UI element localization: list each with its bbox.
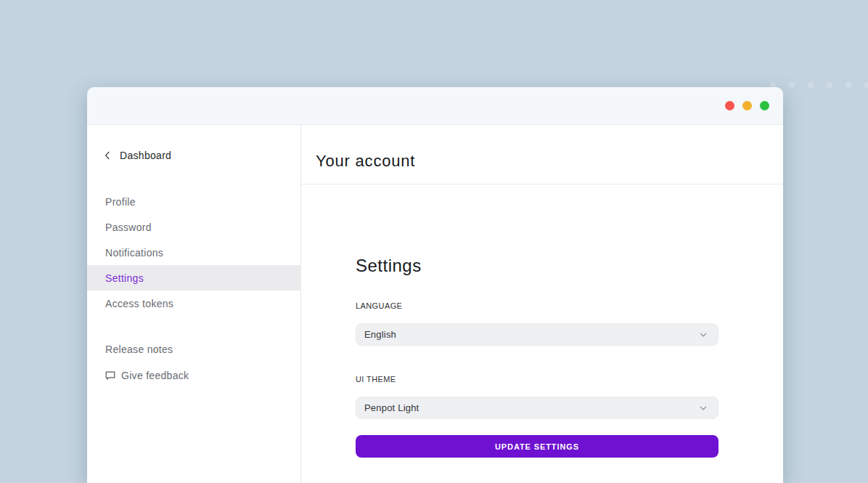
sidebar-item-access-tokens[interactable]: Access tokens — [87, 291, 300, 316]
ui-theme-select[interactable]: Penpot Light — [356, 397, 718, 419]
window-body: Dashboard Profile Password Notifications… — [87, 125, 783, 483]
back-to-dashboard-link[interactable]: Dashboard — [105, 148, 300, 163]
minimize-window-button[interactable] — [742, 101, 752, 110]
chevron-down-icon — [700, 406, 707, 410]
language-field-label: LANGUAGE — [356, 301, 718, 311]
close-window-button[interactable] — [725, 101, 734, 110]
sidebar-secondary-nav: Release notes Give feedback — [87, 336, 300, 389]
settings-form-section: Settings LANGUAGE English UI THEME Penpo… — [356, 184, 718, 458]
comment-icon — [105, 370, 115, 381]
account-sidebar: Dashboard Profile Password Notifications… — [87, 125, 301, 483]
maximize-window-button[interactable] — [760, 101, 769, 110]
language-select-value: English — [364, 329, 396, 340]
sidebar-item-label: Notifications — [105, 247, 163, 259]
sidebar-item-release-notes[interactable]: Release notes — [87, 336, 300, 362]
ui-theme-select-value: Penpot Light — [364, 402, 419, 413]
account-main-panel: Your account Settings LANGUAGE English U… — [301, 125, 783, 483]
chevron-down-icon — [700, 333, 707, 337]
sidebar-item-label: Password — [105, 222, 152, 233]
window-controls — [725, 101, 769, 110]
sidebar-nav: Profile Password Notifications Settings … — [87, 189, 300, 316]
app-window: Dashboard Profile Password Notifications… — [87, 87, 783, 483]
desktop-background: Dashboard Profile Password Notifications… — [0, 0, 868, 483]
page-title: Your account — [301, 125, 783, 170]
section-title: Settings — [356, 255, 718, 277]
sidebar-item-label: Settings — [105, 272, 144, 284]
ui-theme-field-label: UI THEME — [356, 374, 718, 384]
main-header: Your account — [301, 125, 783, 184]
sidebar-item-settings[interactable]: Settings — [87, 265, 300, 291]
chevron-left-icon — [105, 151, 110, 160]
window-titlebar — [87, 87, 783, 125]
sidebar-item-label: Give feedback — [121, 370, 189, 381]
back-link-label: Dashboard — [120, 150, 171, 161]
sidebar-item-label: Profile — [105, 196, 136, 208]
sidebar-item-notifications[interactable]: Notifications — [87, 240, 300, 265]
sidebar-item-label: Release notes — [105, 344, 173, 355]
sidebar-item-profile[interactable]: Profile — [87, 189, 300, 214]
sidebar-item-password[interactable]: Password — [87, 214, 300, 240]
sidebar-item-give-feedback[interactable]: Give feedback — [87, 362, 300, 389]
update-settings-button[interactable]: UPDATE SETTINGS — [356, 435, 718, 458]
sidebar-item-label: Access tokens — [105, 298, 173, 309]
language-select[interactable]: English — [356, 323, 718, 346]
